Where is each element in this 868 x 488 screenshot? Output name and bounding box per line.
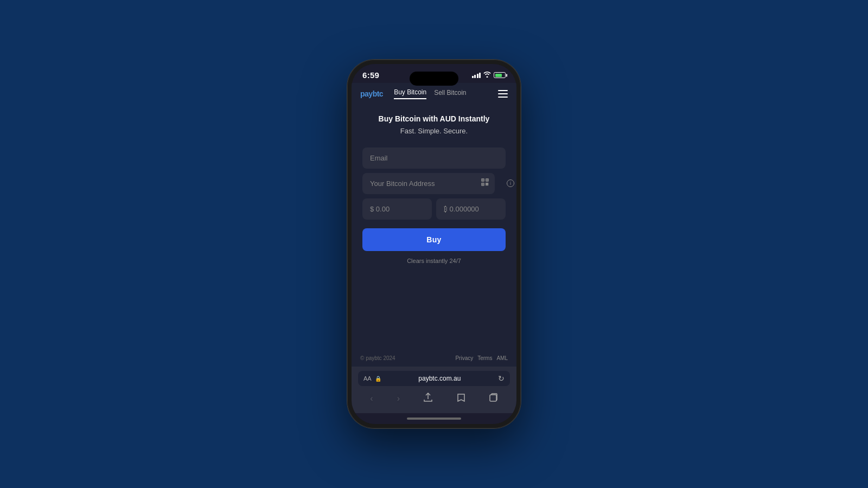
lock-icon: 🔒 [375,376,381,382]
amount-row [362,198,506,220]
battery-icon [494,72,506,78]
footer-aml[interactable]: AML [496,355,508,361]
qr-code-icon[interactable] [481,178,489,189]
bitcoin-address-input[interactable] [362,173,495,194]
share-button[interactable] [419,390,437,407]
browser-bar: AA 🔒 paybtc.com.au ↻ ‹ › [352,367,516,413]
wifi-icon [483,72,491,79]
back-button[interactable]: ‹ [366,391,377,406]
nav-bar: paybtc Buy Bitcoin Sell Bitcoin [352,83,516,105]
logo-pay: pay [360,89,373,98]
email-input[interactable] [362,147,506,169]
btc-amount-input[interactable] [436,198,506,220]
bookmarks-button[interactable] [452,391,470,406]
info-icon[interactable]: i [507,179,514,187]
phone-frame: 6:59 [347,60,521,428]
email-group [362,147,506,169]
refresh-icon[interactable]: ↻ [498,374,505,383]
logo-btc: btc [373,89,384,98]
nav-buy-bitcoin[interactable]: Buy Bitcoin [394,88,426,99]
clears-text: Clears instantly 24/7 [362,258,506,264]
phone-screen: 6:59 [352,64,516,424]
bitcoin-address-group: i [362,173,506,194]
svg-rect-8 [486,184,487,185]
signal-icon [472,73,481,78]
forward-button[interactable]: › [393,391,404,406]
home-indicator [352,413,516,424]
footer-copyright: © paybtc 2024 [360,355,395,361]
url-bar[interactable]: AA 🔒 paybtc.com.au ↻ [358,371,510,386]
bitcoin-address-wrapper [362,173,495,194]
status-bar: 6:59 [352,64,516,83]
aa-button[interactable]: AA [363,375,372,382]
tabs-button[interactable] [485,391,502,406]
amount-group [362,198,506,220]
svg-rect-6 [486,183,487,184]
svg-rect-9 [487,184,488,185]
svg-rect-5 [482,184,483,185]
nav-sell-bitcoin[interactable]: Sell Bitcoin [434,89,466,99]
hero-section: Buy Bitcoin with AUD Instantly Fast. Sim… [362,113,506,137]
svg-rect-10 [490,395,496,401]
svg-rect-7 [487,183,488,184]
status-time: 6:59 [362,70,379,80]
status-icons [472,72,506,79]
content-area: paybtc Buy Bitcoin Sell Bitcoin Buy Bitc… [352,83,516,367]
url-text: paybtc.com.au [385,375,495,382]
buy-button[interactable]: Buy [362,228,506,251]
aud-amount-input[interactable] [362,198,432,220]
footer-links: Privacy Terms AML [455,355,508,361]
hero-subtitle: Fast. Simple. Secure. [362,126,506,137]
dynamic-island [410,72,458,86]
footer-privacy[interactable]: Privacy [455,355,473,361]
hamburger-menu[interactable] [498,90,508,98]
browser-controls: ‹ › [358,386,510,409]
footer: © paybtc 2024 Privacy Terms AML [352,350,516,367]
footer-terms[interactable]: Terms [477,355,492,361]
main-content: Buy Bitcoin with AUD Instantly Fast. Sim… [352,105,516,350]
hero-title: Buy Bitcoin with AUD Instantly [362,113,506,125]
svg-rect-4 [487,179,488,181]
svg-rect-3 [482,179,483,181]
logo: paybtc [360,89,383,98]
home-bar [407,418,461,420]
nav-links: Buy Bitcoin Sell Bitcoin [394,88,498,99]
